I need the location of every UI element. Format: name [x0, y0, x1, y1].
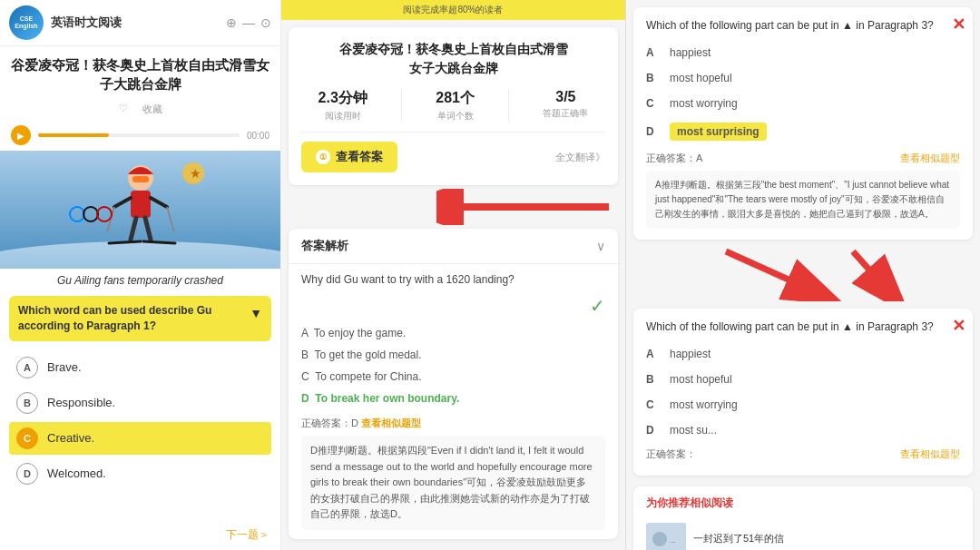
right-opt-d-highlight: most surprising — [670, 123, 767, 141]
header-icons: ⊕ — ⊙ — [226, 15, 271, 30]
option-c[interactable]: C Creative. — [9, 422, 271, 455]
red-arrow-1 — [436, 189, 618, 225]
option-d-text: Welcomed. — [47, 467, 106, 480]
audio-bar: ▶ 00:00 — [0, 120, 280, 151]
option-d-label: D — [16, 463, 38, 485]
option-a-label: A — [16, 357, 38, 378]
stat-correct-rate: 3/5 答题正确率 — [543, 89, 588, 123]
right-option-2-d: D most su... — [646, 420, 960, 440]
middle-panel: 阅读完成率超80%的读者 谷爱凌夺冠！获冬奥史上首枚自由式滑雪女子大跳台金牌 2… — [281, 0, 626, 550]
svg-point-25 — [652, 532, 667, 546]
svg-line-12 — [143, 241, 175, 243]
recommended-item-1[interactable]: ... 一封迟到了51年的信 — [646, 518, 960, 550]
reading-progress: 阅读完成率超80%的读者 — [281, 0, 625, 20]
stat-words-label: 单词个数 — [436, 110, 475, 123]
image-caption: Gu Ailing fans temporarily crashed — [0, 269, 280, 292]
stat-word-count: 281个 单词个数 — [436, 89, 475, 123]
recommended-header: 为你推荐相似阅读 — [646, 496, 960, 511]
audio-fill — [38, 133, 109, 137]
option-a[interactable]: A Brave. — [9, 351, 271, 384]
analysis-expand-icon[interactable]: ∨ — [596, 239, 605, 253]
view-similar-right-2[interactable]: 查看相似题型 — [900, 447, 960, 461]
question-text: Which word can be used describe Gu accor… — [18, 303, 244, 334]
article-title: 谷爱凌夺冠！获冬奥史上首枚自由式滑雪女子大跳台金牌 — [0, 46, 280, 99]
stat-rate-label: 答题正确率 — [543, 107, 588, 120]
article-actions: ♡ 收藏 — [0, 99, 280, 120]
svg-line-11 — [109, 241, 141, 243]
like-icon[interactable]: ♡ — [119, 103, 128, 116]
right-option-2-a: A happiest — [646, 344, 960, 364]
audio-time: 00:00 — [247, 131, 270, 141]
option-b-label: B — [16, 392, 38, 414]
arrow-area — [633, 247, 973, 301]
right-explanation-1: A推理判断题。根据第三段"the best moment"、"I just ca… — [646, 171, 960, 229]
answer-icon: ① — [316, 150, 330, 164]
view-similar-right-1[interactable]: 查看相似题型 — [900, 152, 960, 165]
app-title: 英语时文阅读 — [51, 15, 122, 31]
right-question-text-2: Which of the following part can be put i… — [646, 319, 960, 335]
current-question[interactable]: Which word can be used describe Gu accor… — [9, 296, 271, 341]
analysis-section: 答案解析 ∨ Why did Gu want to try with a 162… — [289, 229, 618, 539]
red-arrows-svg — [633, 247, 973, 301]
analysis-body: Why did Gu want to try with a 1620 landi… — [289, 264, 618, 539]
action-row: ① 查看答案 全文翻译》 — [301, 142, 605, 172]
svg-rect-3 — [132, 176, 149, 182]
analysis-explanation: D推理判断题。根据第四段"Even if I didn't land it, I… — [301, 436, 605, 530]
right-question-card-2: ✕ Which of the following part can be put… — [633, 309, 973, 476]
right-option-1-d: D most surprising — [646, 119, 960, 144]
stat-time-value: 2.3分钟 — [318, 89, 368, 108]
analysis-option-d-correct: D To break her own boundary. — [301, 388, 605, 409]
option-c-text: Creative. — [47, 431, 94, 445]
question-expand-icon[interactable]: ▼ — [250, 305, 262, 323]
svg-text:...: ... — [670, 536, 676, 545]
app-logo: CSE English — [9, 5, 44, 40]
share-icon[interactable]: ⊕ — [226, 15, 237, 30]
right-correct-line-1: 正确答案：A 查看相似题型 — [646, 152, 960, 165]
option-b-text: Responsible. — [47, 396, 115, 409]
minus-icon[interactable]: — — [242, 15, 255, 30]
options-list: A Brave. B Responsible. C Creative. D We… — [0, 345, 280, 496]
stat-rate-value: 3/5 — [543, 89, 588, 105]
option-c-label: C — [16, 427, 38, 449]
close-button-1[interactable]: ✕ — [952, 15, 965, 34]
right-panel: ✕ Which of the following part can be put… — [626, 0, 980, 550]
svg-line-22 — [726, 251, 817, 292]
option-a-text: Brave. — [47, 360, 82, 374]
right-question-card-1: ✕ Which of the following part can be put… — [633, 7, 973, 240]
next-question-btn[interactable]: 下一题＞ — [0, 520, 280, 550]
right-option-2-b: B most hopeful — [646, 369, 960, 389]
right-option-1-c: C most worrying — [646, 93, 960, 113]
article-card-title: 谷爱凌夺冠！获冬奥史上首枚自由式滑雪女子大跳台金牌 — [301, 40, 605, 78]
stat-reading-time: 2.3分钟 阅读用时 — [318, 89, 368, 123]
right-options-1: A happiest B most hopeful C most worryin… — [646, 43, 960, 144]
right-option-1-a: A happiest — [646, 43, 960, 63]
option-b[interactable]: B Responsible. — [9, 387, 271, 419]
correct-check-icon: ✓ — [301, 295, 605, 317]
right-question-text-1: Which of the following part can be put i… — [646, 18, 960, 34]
right-correct-line-2: 正确答案： 查看相似题型 — [646, 447, 960, 461]
correct-answer-line: 正确答案：D 查看相似题型 — [301, 417, 605, 430]
view-answers-button[interactable]: ① 查看答案 — [301, 142, 397, 172]
stats-row: 2.3分钟 阅读用时 281个 单词个数 3/5 答题正确率 — [301, 89, 605, 133]
analysis-option-b: B To get the gold medal. — [301, 344, 605, 366]
right-options-2: A happiest B most hopeful C most worryin… — [646, 344, 960, 440]
right-option-2-c: C most worrying — [646, 395, 960, 415]
recommended-thumb-1: ... — [646, 523, 686, 550]
svg-text:★: ★ — [190, 166, 201, 181]
stat-time-label: 阅读用时 — [318, 110, 368, 123]
option-d[interactable]: D Welcomed. — [9, 457, 271, 490]
close-button-2[interactable]: ✕ — [952, 316, 965, 336]
settings-icon[interactable]: ⊙ — [260, 15, 271, 30]
svg-rect-4 — [131, 191, 151, 218]
audio-progress-bar[interactable] — [38, 133, 240, 137]
translate-button[interactable]: 全文翻译》 — [555, 151, 605, 164]
analysis-header[interactable]: 答案解析 ∨ — [289, 229, 618, 264]
right-option-1-b: B most hopeful — [646, 68, 960, 88]
view-similar-mid[interactable]: 查看相似题型 — [361, 417, 421, 428]
audio-play-button[interactable]: ▶ — [11, 125, 31, 145]
recommended-section: 为你推荐相似阅读 ... 一封迟到了51年的信 2岁女孩装扮成迷你英国女王 收到… — [633, 486, 973, 550]
like-label: 收藏 — [142, 103, 162, 116]
analysis-option-c: C To compete for China. — [301, 366, 605, 388]
analysis-option-a: A To enjoy the game. — [301, 322, 605, 344]
svg-line-23 — [853, 251, 889, 292]
